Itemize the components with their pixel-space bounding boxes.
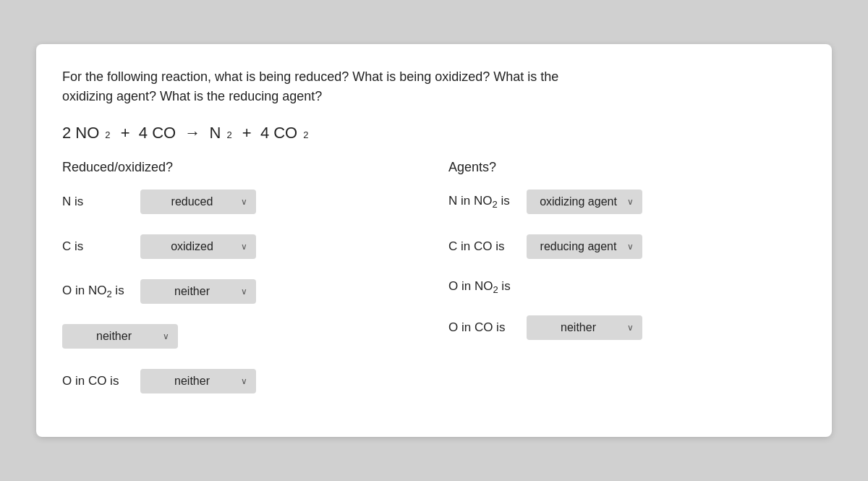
row-c-is: C is oxidized ∨	[62, 234, 420, 259]
label-o-in-co-right: O in CO is	[448, 320, 521, 335]
dropdown-n-is-value: reduced	[149, 195, 235, 208]
row-o-in-no2: O in NO2 is neither ∨	[62, 279, 420, 304]
row-o-in-co: O in CO is neither ∨	[62, 369, 420, 393]
label-c-in-co: C in CO is	[448, 239, 521, 254]
row-o-in-no2-right: O in NO2 is	[448, 279, 806, 295]
left-column: Reduced/oxidized? N is reduced ∨ C is ox…	[62, 160, 420, 414]
question-line2: oxidizing agent? What is the reducing ag…	[62, 89, 322, 103]
main-card: For the following reaction, what is bein…	[36, 44, 832, 437]
dropdown-standalone-neither-value: neither	[71, 330, 157, 343]
dropdown-o-in-no2[interactable]: neither ∨	[140, 279, 256, 304]
chevron-c-in-co: ∨	[627, 242, 634, 252]
label-o-in-co: O in CO is	[62, 374, 135, 388]
dropdown-c-is[interactable]: oxidized ∨	[140, 234, 256, 259]
columns: Reduced/oxidized? N is reduced ∨ C is ox…	[62, 160, 806, 414]
row-standalone-neither: neither ∨	[62, 324, 420, 349]
equation: 2 NO2 + 4 CO → N2 + 4 CO2	[62, 124, 806, 142]
dropdown-o-in-co-right[interactable]: neither ∨	[527, 315, 642, 340]
label-o-in-no2-right: O in NO2 is	[448, 279, 521, 295]
chevron-o-in-no2: ∨	[241, 286, 247, 297]
right-column: Agents? N in NO2 is oxidizing agent ∨ C …	[448, 160, 806, 414]
dropdown-c-is-value: oxidized	[149, 240, 235, 253]
dropdown-n-is[interactable]: reduced ∨	[140, 190, 256, 214]
dropdown-o-in-co-right-value: neither	[535, 321, 621, 334]
dropdown-c-in-co-value: reducing agent	[535, 240, 621, 253]
label-n-in-no2: N in NO2 is	[448, 194, 521, 210]
label-o-in-no2: O in NO2 is	[62, 284, 135, 299]
row-n-is: N is reduced ∨	[62, 190, 420, 214]
dropdown-n-in-no2-value: oxidizing agent	[535, 195, 621, 208]
question-line1: For the following reaction, what is bein…	[62, 69, 558, 84]
dropdown-n-in-no2[interactable]: oxidizing agent ∨	[527, 190, 642, 214]
label-n-is: N is	[62, 195, 135, 209]
dropdown-c-in-co[interactable]: reducing agent ∨	[527, 234, 642, 259]
chevron-n-in-no2: ∨	[627, 197, 634, 207]
chevron-standalone: ∨	[163, 331, 169, 341]
row-o-in-co-right: O in CO is neither ∨	[448, 315, 806, 340]
chevron-o-in-co-right: ∨	[627, 323, 634, 333]
row-c-in-co: C in CO is reducing agent ∨	[448, 234, 806, 259]
left-col-header: Reduced/oxidized?	[62, 160, 420, 175]
chevron-c-is: ∨	[241, 242, 247, 252]
label-c-is: C is	[62, 239, 135, 254]
row-n-in-no2: N in NO2 is oxidizing agent ∨	[448, 190, 806, 214]
right-col-header: Agents?	[448, 160, 806, 175]
dropdown-o-in-co-value: neither	[149, 375, 235, 388]
chevron-n-is: ∨	[241, 197, 247, 207]
dropdown-standalone-neither[interactable]: neither ∨	[62, 324, 178, 349]
dropdown-o-in-co[interactable]: neither ∨	[140, 369, 256, 393]
question-text: For the following reaction, what is bein…	[62, 67, 806, 106]
chevron-o-in-co: ∨	[241, 376, 247, 386]
dropdown-o-in-no2-value: neither	[149, 285, 235, 298]
